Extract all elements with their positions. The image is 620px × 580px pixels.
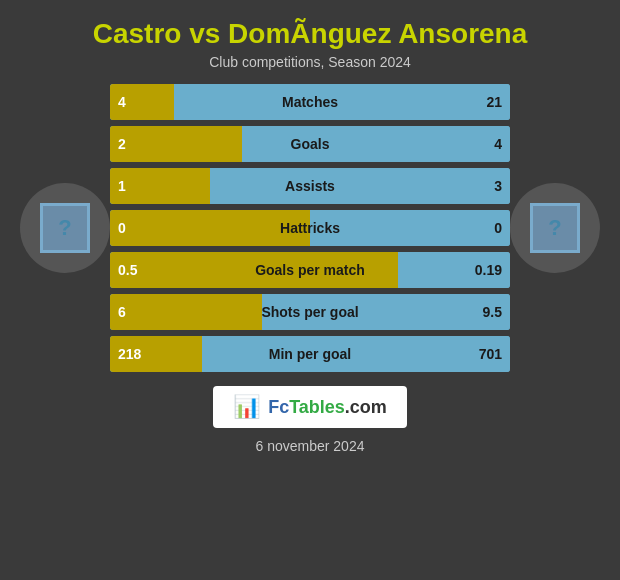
stat-right-value: 9.5: [460, 294, 510, 330]
stat-bar-bg: 0.5Goals per match0.19: [110, 252, 510, 288]
logo-section: 📊 FcTables.com: [213, 386, 407, 428]
stat-bar-bg: 6Shots per goal9.5: [110, 294, 510, 330]
stat-bar-bg: 1Assists3: [110, 168, 510, 204]
stat-label: Goals: [291, 136, 330, 152]
player-right-icon: ?: [530, 203, 580, 253]
stat-bar-bg: 2Goals4: [110, 126, 510, 162]
avatar-left: ?: [20, 183, 110, 273]
avatar-right: ?: [510, 183, 600, 273]
stat-left-value: 6: [110, 294, 262, 330]
stat-label: Shots per goal: [261, 304, 358, 320]
stat-left-value: 1: [110, 168, 210, 204]
stat-bar-bg: 0Hattricks0: [110, 210, 510, 246]
stat-label: Assists: [285, 178, 335, 194]
stat-right-value: 701: [460, 336, 510, 372]
stat-label: Min per goal: [269, 346, 351, 362]
stat-row: 4Matches21: [110, 84, 510, 120]
stat-right-value: 0: [460, 210, 510, 246]
stat-left-value: 4: [110, 84, 174, 120]
stat-row: 2Goals4: [110, 126, 510, 162]
page-wrapper: Castro vs DomÃnguez Ansorena Club compet…: [0, 0, 620, 580]
stat-right-value: 0.19: [460, 252, 510, 288]
logo-text: FcTables.com: [268, 397, 387, 418]
footer-date: 6 november 2024: [256, 438, 365, 454]
logo-tables: Tables: [289, 397, 345, 417]
stat-right-value: 3: [460, 168, 510, 204]
logo-fc: Fc: [268, 397, 289, 417]
logo-dotcom: .com: [345, 397, 387, 417]
stat-bar-bg: 218Min per goal701: [110, 336, 510, 372]
stat-label: Hattricks: [280, 220, 340, 236]
stat-row: 1Assists3: [110, 168, 510, 204]
stat-label: Matches: [282, 94, 338, 110]
stat-label: Goals per match: [255, 262, 365, 278]
player-left-icon: ?: [40, 203, 90, 253]
stat-row: 0.5Goals per match0.19: [110, 252, 510, 288]
comparison-section: ? 4Matches212Goals41Assists30Hattricks00…: [20, 84, 600, 372]
page-subtitle: Club competitions, Season 2024: [209, 54, 411, 70]
stats-container: 4Matches212Goals41Assists30Hattricks00.5…: [110, 84, 510, 372]
stat-right-value: 4: [460, 126, 510, 162]
stat-bar-bg: 4Matches21: [110, 84, 510, 120]
stat-left-value: 2: [110, 126, 242, 162]
stat-row: 218Min per goal701: [110, 336, 510, 372]
stat-row: 6Shots per goal9.5: [110, 294, 510, 330]
chart-icon: 📊: [233, 394, 260, 420]
stat-right-value: 21: [460, 84, 510, 120]
stat-left-value: 218: [110, 336, 202, 372]
page-title: Castro vs DomÃnguez Ansorena: [93, 18, 528, 50]
stat-row: 0Hattricks0: [110, 210, 510, 246]
